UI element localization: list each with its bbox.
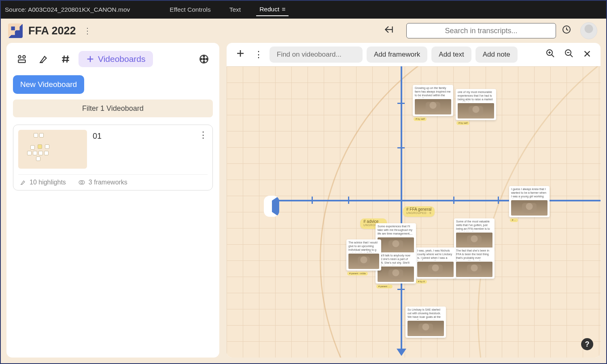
- axis-horizontal: [267, 200, 601, 201]
- highlights-count: 10 highlights: [20, 179, 66, 186]
- highlights-tab-icon[interactable]: [35, 50, 53, 68]
- tab-effect-controls[interactable]: Effect Controls: [166, 4, 214, 16]
- source-label: Source: A003C024_220801KX_CANON.mov: [5, 6, 130, 13]
- canvas-panel: ⋮ Find on videoboard... Add framework Ad…: [227, 43, 601, 358]
- videoboard-menu-button[interactable]: ⋮: [199, 130, 208, 140]
- clip-card[interactable]: Some of the most valuable skills that I'…: [454, 218, 495, 250]
- axis-tick: [453, 197, 454, 204]
- axis-tick: [498, 197, 499, 204]
- host-tabstrip: Source: A003C024_220801KX_CANON.mov Effe…: [0, 0, 607, 19]
- clip-card[interactable]: She'll talk to anybody now that she's be…: [376, 252, 416, 284]
- svg-rect-0: [11, 27, 15, 30]
- zoom-out-icon[interactable]: [562, 46, 576, 63]
- zoom-in-icon[interactable]: [543, 46, 558, 63]
- add-text-button[interactable]: Add text: [431, 47, 471, 63]
- svg-point-19: [203, 56, 204, 57]
- filter-label: Filter 1 Videoboard: [82, 104, 144, 113]
- clip-card[interactable]: I was, yeah, I was Nichols county where …: [415, 248, 456, 279]
- project-title: FFA 2022: [28, 25, 76, 37]
- clip-card[interactable]: I guess I always knew that I wanted to b…: [509, 186, 550, 217]
- arrow-down-icon: [397, 349, 406, 356]
- videoboard-name: 01: [93, 130, 102, 141]
- axis-vertical: [401, 66, 402, 353]
- add-icon[interactable]: [233, 46, 248, 63]
- axis-tick: [397, 103, 405, 104]
- back-to-editor-icon[interactable]: [384, 24, 394, 37]
- tab-text[interactable]: Text: [226, 4, 244, 16]
- arrow-left-icon: [264, 196, 279, 217]
- svg-rect-3: [16, 31, 19, 35]
- clip-badge: # parent …: [376, 285, 393, 289]
- axis-tick: [397, 289, 405, 290]
- videoboard-thumbnail: [18, 130, 87, 169]
- add-note-button[interactable]: Add note: [475, 47, 518, 63]
- source-prefix: Source:: [5, 6, 28, 13]
- clip-card[interactable]: The fact that she's been in FFA is been …: [454, 248, 495, 279]
- tags-tab-icon[interactable]: [57, 50, 74, 68]
- tab-reduct[interactable]: Reduct≡: [256, 3, 289, 16]
- search-input[interactable]: Search in transcripts...: [406, 23, 556, 38]
- header-right: [562, 22, 597, 39]
- frameworks-count: 3 frameworks: [78, 179, 127, 186]
- svg-line-32: [570, 55, 573, 57]
- svg-line-11: [64, 55, 64, 62]
- clip-badge: # by A: [416, 280, 427, 284]
- svg-point-21: [201, 58, 202, 59]
- svg-point-22: [206, 58, 207, 59]
- add-framework-button[interactable]: Add framework: [367, 47, 427, 63]
- user-avatar[interactable]: [580, 22, 597, 39]
- project-menu-button[interactable]: ⋮: [82, 24, 93, 37]
- svg-point-8: [23, 55, 25, 58]
- hamburger-icon[interactable]: ≡: [282, 6, 285, 13]
- filter-bar[interactable]: Filter 1 Videoboard: [13, 99, 213, 117]
- svg-rect-2: [11, 31, 15, 35]
- main-split: Videoboards New Videoboard Filter 1 Vide…: [1, 43, 606, 363]
- app-logo[interactable]: [8, 23, 23, 38]
- clip-card[interactable]: Some experiences that I'll take with me …: [376, 223, 416, 254]
- clip-badge: # ...: [510, 218, 518, 222]
- clip-card[interactable]: So Lindsay is SAE started out with showi…: [405, 307, 446, 338]
- left-panel: Videoboards New Videoboard Filter 1 Vide…: [6, 43, 219, 358]
- svg-point-18: [203, 58, 205, 60]
- clip-card[interactable]: one of my most memorable experiences tha…: [456, 89, 496, 120]
- videoboard-canvas[interactable]: # advice UNGROUPED # FFA general UNGROUP…: [227, 66, 601, 358]
- axis-tick: [348, 197, 349, 204]
- videoboards-tab[interactable]: Videoboards: [79, 51, 153, 67]
- left-tabs: Videoboards: [11, 49, 215, 74]
- app-frame: FFA 2022 ⋮ Search in transcripts...: [0, 19, 607, 364]
- svg-line-28: [552, 55, 554, 57]
- find-on-videoboard-input[interactable]: Find on videoboard...: [270, 47, 363, 63]
- help-button[interactable]: ?: [581, 338, 593, 350]
- svg-line-12: [67, 55, 68, 62]
- app-header: FFA 2022 ⋮ Search in transcripts...: [1, 19, 606, 43]
- clip-badge: # by self: [414, 117, 427, 121]
- canvas-menu-button[interactable]: ⋮: [252, 47, 265, 62]
- videoboard-meta: 10 highlights 3 frameworks: [18, 174, 208, 186]
- search-placeholder: Search in transcripts...: [445, 27, 517, 35]
- svg-point-20: [203, 61, 204, 62]
- clips-tab-icon[interactable]: [13, 50, 31, 68]
- svg-rect-1: [16, 27, 19, 30]
- new-videoboard-button[interactable]: New Videoboard: [13, 75, 84, 94]
- source-filename: A003C024_220801KX_CANON.mov: [28, 6, 130, 13]
- svg-point-7: [18, 55, 21, 58]
- axis-tick: [312, 197, 313, 204]
- reels-tab-icon[interactable]: [195, 50, 213, 68]
- close-icon[interactable]: [580, 46, 594, 63]
- videoboards-tab-label: Videoboards: [98, 54, 146, 64]
- clip-card[interactable]: The advice that I would give to an upcom…: [346, 239, 381, 271]
- canvas-toolbar: ⋮ Find on videoboard... Add framework Ad…: [227, 43, 601, 66]
- clip-badge: # parent - m/da: [347, 272, 368, 276]
- clip-badge: # by self: [456, 121, 469, 125]
- videoboard-card[interactable]: 01 ⋮ 10 highlights 3 frameworks: [13, 125, 213, 190]
- clip-card[interactable]: Growing up on the family farm has always…: [413, 85, 453, 116]
- tag-ffa-general[interactable]: # FFA general UNGROUPED · 9: [403, 206, 435, 217]
- history-icon[interactable]: [562, 25, 571, 37]
- axis-tick: [397, 147, 405, 148]
- svg-rect-9: [18, 60, 25, 63]
